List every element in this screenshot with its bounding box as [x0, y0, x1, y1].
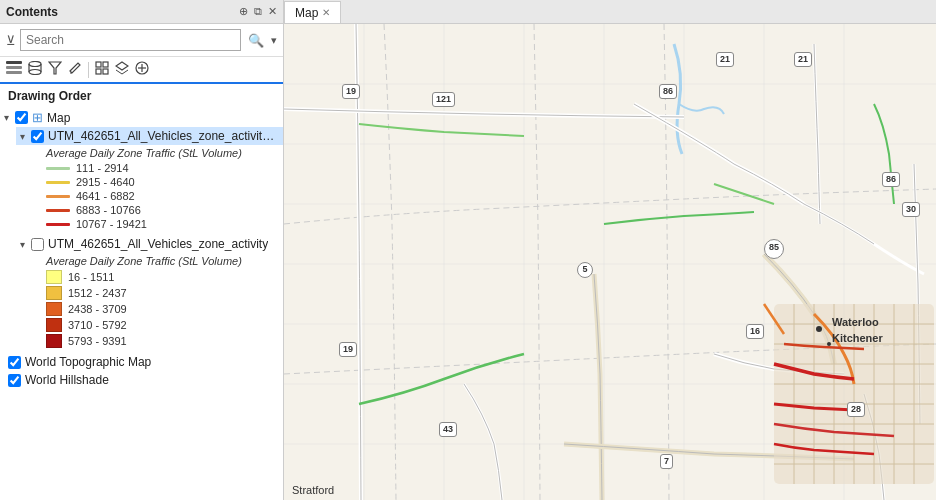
- poly-legend-label-1: 1512 - 2437: [68, 287, 127, 299]
- layer-row-hillshade[interactable]: World Hillshade: [0, 371, 283, 389]
- expand-map-icon[interactable]: ▾: [4, 112, 9, 123]
- legend-swatch-2: [46, 195, 70, 198]
- road-badge-85: 85: [764, 239, 784, 259]
- road-badge-16: 16: [746, 324, 764, 339]
- poly-swatch-0: [46, 270, 62, 284]
- road-badge-86a: 86: [659, 84, 677, 99]
- map-svg: Waterloo Kitchener Stratford: [284, 24, 936, 500]
- svg-rect-2: [6, 71, 22, 74]
- search-dropdown-icon[interactable]: ▾: [271, 34, 277, 47]
- poly-legend-item-1: 1512 - 2437: [46, 285, 283, 301]
- polygon-layer-legend: Average Daily Zone Traffic (StL Volume) …: [16, 253, 283, 353]
- edit-icon[interactable]: [68, 61, 82, 78]
- map-tab-close-icon[interactable]: ✕: [322, 7, 330, 18]
- line-layer-legend: Average Daily Zone Traffic (StL Volume) …: [16, 145, 283, 235]
- poly-legend-label-3: 3710 - 5792: [68, 319, 127, 331]
- line-layer-checkbox[interactable]: [31, 130, 44, 143]
- polygon-layer-group: ▾ UTM_462651_All_Vehicles_zone_activity …: [0, 235, 283, 353]
- legend-label-3: 6883 - 10766: [76, 204, 141, 216]
- poly-legend-item-0: 16 - 1511: [46, 269, 283, 285]
- polygon-layer-checkbox[interactable]: [31, 238, 44, 251]
- polygon-layer-name: UTM_462651_All_Vehicles_zone_activity: [48, 237, 268, 251]
- search-bar: ⊻ 🔍 ▾: [0, 24, 283, 57]
- legend-item-0: 111 - 2914: [46, 161, 283, 175]
- svg-marker-7: [49, 62, 61, 74]
- legend-label-2: 4641 - 6882: [76, 190, 135, 202]
- svg-rect-12: [103, 69, 108, 74]
- line-layer-group: ▾ UTM_462651_All_Vehicles_zone_activity_…: [0, 127, 283, 235]
- svg-rect-0: [6, 61, 22, 64]
- poly-legend-label-0: 16 - 1511: [68, 271, 114, 283]
- filter-icon[interactable]: ⊻: [6, 33, 16, 48]
- poly-swatch-1: [46, 286, 62, 300]
- legend-item-1: 2915 - 4640: [46, 175, 283, 189]
- svg-marker-13: [116, 62, 128, 70]
- panel-header-icons: ⊕ ⧉ ✕: [239, 5, 277, 18]
- map-tab-bar: Map ✕: [284, 0, 936, 24]
- filter2-icon[interactable]: [48, 61, 62, 78]
- close-icon[interactable]: ✕: [268, 5, 277, 18]
- road-badge-30: 30: [902, 202, 920, 217]
- poly-legend-label-2: 2438 - 3709: [68, 303, 127, 315]
- map-area[interactable]: Map ✕: [284, 0, 936, 500]
- svg-text:Stratford: Stratford: [292, 484, 334, 496]
- legend-label-0: 111 - 2914: [76, 162, 129, 174]
- svg-rect-11: [96, 69, 101, 74]
- road-badge-19a: 19: [342, 84, 360, 99]
- legend-item-4: 10767 - 19421: [46, 217, 283, 231]
- contents-panel: Contents ⊕ ⧉ ✕ ⊻ 🔍 ▾: [0, 0, 284, 500]
- legend-label-1: 2915 - 4640: [76, 176, 135, 188]
- layer-row-topo[interactable]: World Topographic Map: [0, 353, 283, 371]
- svg-rect-1: [6, 66, 22, 69]
- road-badge-43: 43: [439, 422, 457, 437]
- legend-swatch-3: [46, 209, 70, 212]
- map-canvas[interactable]: Waterloo Kitchener Stratford 19 121 86 2…: [284, 24, 936, 500]
- toolbar-sep1: [88, 62, 89, 78]
- road-badge-19b: 19: [339, 342, 357, 357]
- pin-icon[interactable]: ⊕: [239, 5, 248, 18]
- map-checkbox[interactable]: [15, 111, 28, 124]
- layer-row-line[interactable]: ▾ UTM_462651_All_Vehicles_zone_activity_…: [16, 127, 283, 145]
- expand-polygon-icon[interactable]: ▾: [20, 239, 25, 250]
- add-layer-icon[interactable]: [115, 61, 129, 78]
- topo-layer-name: World Topographic Map: [25, 355, 151, 369]
- map-tab-label: Map: [295, 6, 318, 20]
- drawing-order-label: Drawing Order: [0, 84, 283, 106]
- plus-icon[interactable]: [135, 61, 149, 78]
- map-tab[interactable]: Map ✕: [284, 1, 341, 23]
- catalog-icon[interactable]: [28, 61, 42, 78]
- svg-text:Waterloo: Waterloo: [832, 316, 879, 328]
- legend-swatch-1: [46, 181, 70, 184]
- svg-text:Kitchener: Kitchener: [832, 332, 883, 344]
- legend-swatch-4: [46, 223, 70, 226]
- hillshade-checkbox[interactable]: [8, 374, 21, 387]
- float-icon[interactable]: ⧉: [254, 5, 262, 18]
- legend-label-4: 10767 - 19421: [76, 218, 147, 230]
- layer-list-icon[interactable]: [6, 61, 22, 78]
- poly-legend-item-3: 3710 - 5792: [46, 317, 283, 333]
- layer-row-polygon[interactable]: ▾ UTM_462651_All_Vehicles_zone_activity: [16, 235, 283, 253]
- panel-header: Contents ⊕ ⧉ ✕: [0, 0, 283, 24]
- road-badge-21a: 21: [716, 52, 734, 67]
- road-badge-28: 28: [847, 402, 865, 417]
- svg-line-15: [122, 70, 128, 74]
- road-badge-7: 7: [660, 454, 673, 469]
- layers-container: ▾ ⊞ Map ▾ UTM_462651_All_Vehicles_zone_a…: [0, 106, 283, 500]
- layer-row-map[interactable]: ▾ ⊞ Map: [0, 108, 283, 127]
- road-badge-121: 121: [432, 92, 455, 107]
- topo-checkbox[interactable]: [8, 356, 21, 369]
- road-badge-21b: 21: [794, 52, 812, 67]
- search-input[interactable]: [20, 29, 241, 51]
- poly-legend-label-4: 5793 - 9391: [68, 335, 127, 347]
- legend-swatch-0: [46, 167, 70, 170]
- svg-point-6: [29, 70, 41, 75]
- search-button[interactable]: 🔍: [245, 33, 267, 48]
- svg-point-50: [816, 326, 822, 332]
- road-badge-86b: 86: [882, 172, 900, 187]
- legend-item-3: 6883 - 10766: [46, 203, 283, 217]
- select-icon[interactable]: [95, 61, 109, 78]
- panel-title: Contents: [6, 5, 58, 19]
- expand-line-icon[interactable]: ▾: [20, 131, 25, 142]
- line-layer-name: UTM_462651_All_Vehicles_zone_activity_li…: [48, 129, 279, 143]
- polygon-legend-title: Average Daily Zone Traffic (StL Volume): [46, 253, 283, 269]
